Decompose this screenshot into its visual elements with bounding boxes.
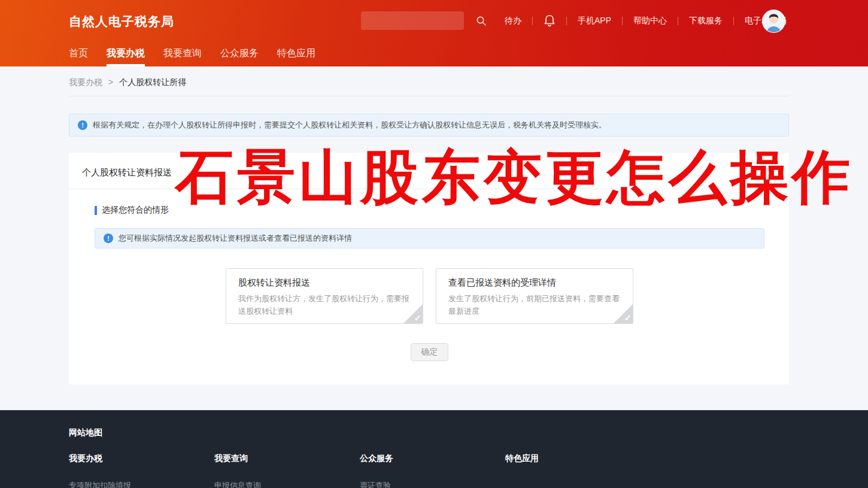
header: 自然人电子税务局 待办 手机APP 帮助中心 下载服务 电子税务局: [0, 0, 868, 66]
mobile-app-link[interactable]: 手机APP: [567, 16, 622, 26]
download-service-link[interactable]: 下载服务: [678, 16, 733, 26]
breadcrumb-separator: >: [108, 77, 113, 88]
check-icon: ✓: [624, 313, 632, 323]
section-label-text: 选择您符合的情形: [102, 205, 169, 216]
panel-title: 个人股权转让资料报送: [82, 167, 172, 178]
footer-col-title: 我要查询: [214, 453, 360, 464]
check-icon: ✓: [414, 313, 421, 323]
footer-col-public-service: 公众服务 票证查验: [360, 453, 505, 488]
todo-link[interactable]: 待办: [494, 16, 532, 26]
footer-col-title: 公众服务: [360, 453, 505, 464]
search-icon[interactable]: [476, 13, 487, 29]
nav-query[interactable]: 我要查询: [163, 43, 202, 66]
panel-divider: [69, 189, 789, 189]
footer-col-title: 我要办税: [69, 453, 214, 464]
footer-col-featured-apps: 特色应用: [505, 453, 651, 488]
site-title: 自然人电子税务局: [69, 13, 174, 30]
footer-col-title: 特色应用: [505, 453, 651, 464]
option-title: 股权转让资料报送: [238, 277, 411, 289]
accent-bar: [95, 206, 97, 215]
breadcrumb-parent[interactable]: 我要办税: [69, 77, 102, 88]
nav-home[interactable]: 首页: [69, 43, 88, 66]
notice-text: 根据有关规定，在办理个人股权转让所得申报时，需要提交个人股权转让相关资料，股权受…: [93, 120, 606, 131]
main-nav: 首页 我要办税 我要查询 公众服务 特色应用: [69, 43, 334, 66]
footer-link[interactable]: 票证查验: [360, 480, 505, 488]
confirm-button[interactable]: 确定: [411, 343, 448, 361]
footer-link[interactable]: 申报信息查询: [214, 480, 360, 488]
hint-banner: ! 您可根据实际情况发起股权转让资料报送或者查看已报送的资料详情: [95, 228, 764, 248]
footer-columns: 我要办税 专项附加扣除填报 我要查询 申报信息查询 公众服务 票证查验 特色应用: [69, 453, 651, 488]
footer-col-tax-handling: 我要办税 专项附加扣除填报: [69, 453, 214, 488]
option-card-view-status[interactable]: 查看已报送资料的受理详情 发生了股权转让行为，前期已报送资料，需要查看最新进度 …: [436, 268, 633, 324]
section-label: 选择您符合的情形: [95, 205, 169, 216]
user-avatar[interactable]: [762, 10, 785, 33]
search-box[interactable]: [361, 11, 464, 30]
info-icon: !: [104, 234, 113, 243]
info-icon: !: [78, 120, 87, 130]
search-input[interactable]: [361, 11, 476, 30]
sitemap-heading: 网站地图: [69, 428, 102, 438]
breadcrumb-current: 个人股权转让所得: [119, 77, 186, 88]
help-center-link[interactable]: 帮助中心: [623, 16, 678, 26]
option-desc: 我作为股权转让方，发生了股权转让行为，需要报送股权转让资料: [238, 292, 411, 317]
breadcrumb: 我要办税 > 个人股权转让所得: [69, 77, 186, 88]
nav-tax-handling[interactable]: 我要办税: [107, 43, 145, 66]
nav-public-service[interactable]: 公众服务: [220, 43, 259, 66]
breadcrumb-divider: [69, 96, 789, 96]
bell-icon[interactable]: [533, 14, 566, 28]
option-card-submit[interactable]: 股权转让资料报送 我作为股权转让方，发生了股权转让行为，需要报送股权转让资料 ✓: [226, 268, 423, 324]
footer: 网站地图 我要办税 专项附加扣除填报 我要查询 申报信息查询 公众服务 票证查验…: [0, 410, 868, 488]
hint-text: 您可根据实际情况发起股权转让资料报送或者查看已报送的资料详情: [119, 233, 352, 244]
option-title: 查看已报送资料的受理详情: [448, 277, 621, 289]
option-desc: 发生了股权转让行为，前期已报送资料，需要查看最新进度: [448, 292, 621, 317]
page: 自然人电子税务局 待办 手机APP 帮助中心 下载服务 电子税务局: [0, 0, 868, 488]
header-links: 待办 手机APP 帮助中心 下载服务 电子税务局: [494, 13, 797, 29]
notice-banner: ! 根据有关规定，在办理个人股权转让所得申报时，需要提交个人股权转让相关资料，股…: [69, 114, 789, 137]
footer-col-query: 我要查询 申报信息查询: [214, 453, 360, 488]
nav-featured-apps[interactable]: 特色应用: [277, 43, 315, 66]
main-panel: 个人股权转让资料报送 选择您符合的情形 ! 您可根据实际情况发起股权转让资料报送…: [69, 153, 789, 384]
footer-link[interactable]: 专项附加扣除填报: [69, 480, 214, 488]
